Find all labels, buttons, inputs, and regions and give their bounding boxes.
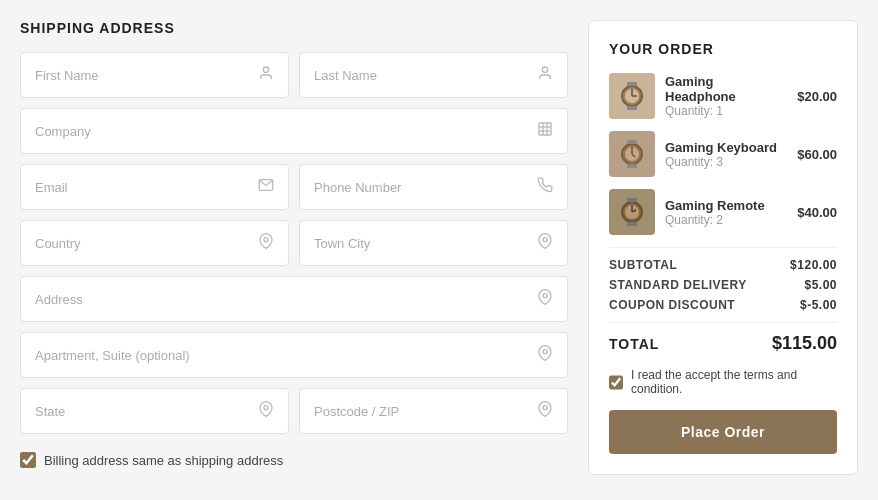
item-image-2	[609, 131, 655, 177]
order-item-3: Gaming Remote Quantity: 2 $40.00	[609, 189, 837, 235]
order-divider	[609, 247, 837, 248]
terms-row: I read the accept the terms and conditio…	[609, 368, 837, 396]
svg-rect-24	[627, 140, 637, 144]
town-city-input[interactable]	[314, 236, 529, 251]
total-label: TOTAL	[609, 336, 659, 352]
map-pin-icon-5	[258, 401, 274, 421]
coupon-row: COUPON DISCOUNT $-5.00	[609, 298, 837, 312]
apartment-field[interactable]	[20, 332, 568, 378]
subtotal-value: $120.00	[790, 258, 837, 272]
item-name-3: Gaming Remote	[665, 198, 787, 213]
svg-point-13	[543, 406, 547, 410]
name-row	[20, 52, 568, 98]
svg-rect-30	[627, 198, 637, 202]
company-field[interactable]	[20, 108, 568, 154]
item-qty-1: Quantity: 1	[665, 104, 787, 118]
person-icon	[258, 65, 274, 85]
postcode-input[interactable]	[314, 404, 529, 419]
map-pin-icon-2	[537, 233, 553, 253]
svg-rect-19	[627, 106, 637, 110]
total-value: $115.00	[772, 333, 837, 354]
svg-rect-18	[627, 82, 637, 86]
country-field[interactable]	[20, 220, 289, 266]
item-image-3	[609, 189, 655, 235]
svg-point-12	[264, 406, 268, 410]
phone-icon	[537, 177, 553, 197]
last-name-field[interactable]	[299, 52, 568, 98]
svg-point-1	[542, 67, 547, 72]
subtotal-row: SUBTOTAL $120.00	[609, 258, 837, 272]
billing-checkbox-row: Billing address same as shipping address	[20, 452, 568, 468]
state-input[interactable]	[35, 404, 250, 419]
state-zip-row	[20, 388, 568, 434]
map-pin-icon	[258, 233, 274, 253]
item-price-3: $40.00	[797, 205, 837, 220]
item-info-2: Gaming Keyboard Quantity: 3	[665, 140, 787, 169]
email-field[interactable]	[20, 164, 289, 210]
svg-point-10	[543, 294, 547, 298]
item-image-1	[609, 73, 655, 119]
location-row	[20, 220, 568, 266]
item-qty-2: Quantity: 3	[665, 155, 787, 169]
item-info-1: Gaming Headphone Quantity: 1	[665, 74, 787, 118]
phone-input[interactable]	[314, 180, 529, 195]
order-title: YOUR ORDER	[609, 41, 837, 57]
map-pin-icon-4	[537, 345, 553, 365]
item-price-2: $60.00	[797, 147, 837, 162]
state-field[interactable]	[20, 388, 289, 434]
svg-rect-31	[627, 222, 637, 226]
address-field[interactable]	[20, 276, 568, 322]
billing-same-label: Billing address same as shipping address	[44, 453, 283, 468]
total-row: TOTAL $115.00	[609, 333, 837, 354]
coupon-value: $-5.00	[800, 298, 837, 312]
apartment-row	[20, 332, 568, 378]
order-item-2: Gaming Keyboard Quantity: 3 $60.00	[609, 131, 837, 177]
phone-field[interactable]	[299, 164, 568, 210]
shipping-address-panel: SHIPPING ADDRESS	[20, 20, 568, 468]
building-icon	[537, 121, 553, 141]
total-divider	[609, 322, 837, 323]
first-name-input[interactable]	[35, 68, 250, 83]
delivery-row: STANDARD DELIVERY $5.00	[609, 278, 837, 292]
email-icon	[258, 177, 274, 197]
last-name-input[interactable]	[314, 68, 529, 83]
order-item-1: Gaming Headphone Quantity: 1 $20.00	[609, 73, 837, 119]
town-city-field[interactable]	[299, 220, 568, 266]
billing-same-checkbox[interactable]	[20, 452, 36, 468]
coupon-label: COUPON DISCOUNT	[609, 298, 735, 312]
map-pin-icon-6	[537, 401, 553, 421]
shipping-title: SHIPPING ADDRESS	[20, 20, 568, 36]
apartment-input[interactable]	[35, 348, 529, 363]
svg-point-9	[543, 238, 547, 242]
svg-point-8	[264, 238, 268, 242]
email-input[interactable]	[35, 180, 250, 195]
terms-label: I read the accept the terms and conditio…	[631, 368, 837, 396]
subtotal-label: SUBTOTAL	[609, 258, 677, 272]
item-name-1: Gaming Headphone	[665, 74, 787, 104]
country-input[interactable]	[35, 236, 250, 251]
place-order-button[interactable]: Place Order	[609, 410, 837, 454]
address-input[interactable]	[35, 292, 529, 307]
svg-rect-2	[539, 123, 551, 135]
company-input[interactable]	[35, 124, 529, 139]
company-row	[20, 108, 568, 154]
first-name-field[interactable]	[20, 52, 289, 98]
svg-point-0	[263, 67, 268, 72]
terms-checkbox[interactable]	[609, 375, 623, 390]
delivery-label: STANDARD DELIVERY	[609, 278, 747, 292]
address-row	[20, 276, 568, 322]
postcode-field[interactable]	[299, 388, 568, 434]
svg-point-11	[543, 350, 547, 354]
person-icon-2	[537, 65, 553, 85]
item-price-1: $20.00	[797, 89, 837, 104]
delivery-value: $5.00	[804, 278, 837, 292]
shipping-form: Billing address same as shipping address	[20, 52, 568, 468]
map-pin-icon-3	[537, 289, 553, 309]
item-info-3: Gaming Remote Quantity: 2	[665, 198, 787, 227]
item-name-2: Gaming Keyboard	[665, 140, 787, 155]
contact-row	[20, 164, 568, 210]
svg-rect-25	[627, 164, 637, 168]
order-panel: YOUR ORDER Gaming Headphone Quantity: 1 …	[588, 20, 858, 475]
item-qty-3: Quantity: 2	[665, 213, 787, 227]
